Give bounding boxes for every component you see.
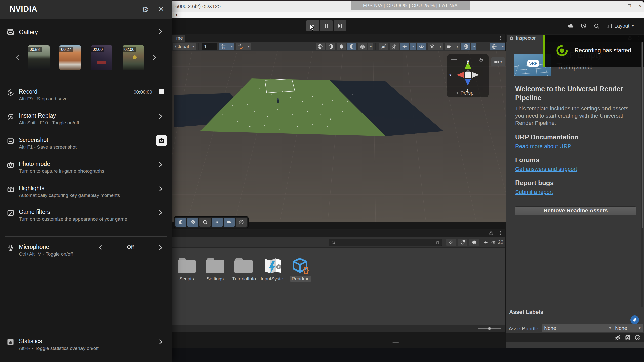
player-character[interactable] — [277, 98, 279, 103]
screenshot-row[interactable]: Screenshot Alt+F1 - Save a screenshot — [0, 137, 172, 152]
database-disabled-icon[interactable] — [624, 334, 631, 341]
take-screenshot-button[interactable] — [156, 135, 167, 146]
filter-importance-button[interactable] — [469, 239, 479, 246]
axis-z-cone[interactable] — [465, 79, 471, 86]
kebab-menu-icon[interactable] — [498, 230, 503, 236]
microphone-row[interactable]: Microphone Ctrl+Alt+M - Toggle on/off Of… — [0, 244, 172, 259]
mic-next-option-chevron[interactable] — [158, 245, 164, 251]
layers-button[interactable] — [428, 43, 437, 50]
zoom-tool-button[interactable] — [199, 218, 211, 227]
projection-mode-label[interactable]: < Persp — [456, 90, 474, 96]
assetbundle-dropdown[interactable]: None▼ — [542, 324, 614, 332]
chevron-right-icon[interactable] — [158, 186, 164, 192]
report-bug-link[interactable]: Submit a report — [515, 189, 553, 195]
light-probe-button[interactable] — [187, 218, 198, 227]
snap-settings-button[interactable] — [236, 43, 245, 50]
toggle-2d-button[interactable] — [379, 43, 388, 50]
lock-open-icon[interactable] — [489, 230, 494, 236]
gizmos-button[interactable] — [461, 43, 470, 50]
project-item-readme-selected[interactable]: {} Readme — [289, 257, 312, 282]
statistics-row[interactable]: Statistics Alt+R - Toggle statistics ove… — [0, 338, 172, 353]
gizmo-menu-icon[interactable] — [451, 58, 457, 58]
handle-orientation-dropdown[interactable]: Global▼ — [173, 43, 196, 50]
forums-link[interactable]: Get answers and support — [515, 166, 577, 172]
add-label-button[interactable] — [630, 315, 639, 324]
overlay-globe-dropdown[interactable]: ▼ — [499, 43, 505, 50]
tab-inspector[interactable]: Inspector — [507, 35, 543, 42]
grid-visibility-dropdown[interactable]: ▼ — [228, 43, 234, 50]
project-item-settings[interactable]: Settings — [204, 257, 226, 282]
overlay-globe-button[interactable] — [490, 43, 499, 50]
gizmo-center-cube[interactable] — [465, 72, 471, 78]
filter-by-type-button[interactable] — [446, 239, 456, 246]
inspector-scrollbar-track[interactable] — [641, 42, 643, 307]
scene-visibility-button[interactable] — [417, 43, 426, 50]
shading-shaded-wire-button[interactable] — [326, 43, 335, 50]
project-item-inputsystem[interactable]: InputSyste... — [261, 257, 283, 282]
view-mode-button[interactable] — [175, 218, 186, 227]
layout-dropdown[interactable]: Layout ▼ — [606, 23, 634, 29]
filter-by-label-button[interactable] — [458, 239, 467, 246]
slider-handle[interactable] — [488, 327, 491, 330]
urp-docs-link[interactable]: Read more about URP — [515, 143, 571, 149]
chevron-right-icon[interactable] — [158, 210, 164, 216]
chevron-right-icon[interactable] — [158, 162, 164, 168]
tab-game-partial[interactable]: me — [172, 35, 185, 42]
grid-visibility-button[interactable] — [219, 43, 228, 50]
shading-wireframe-button[interactable] — [316, 43, 325, 50]
effects-button[interactable] — [400, 43, 409, 50]
instant-replay-row[interactable]: Instant Replay Alt+Shift+F10 - Toggle on… — [0, 112, 172, 128]
camera-settings-button[interactable] — [445, 43, 454, 50]
cloud-services-icon[interactable] — [567, 23, 574, 29]
unity-menu-bar[interactable]: lp — [172, 12, 644, 19]
selection-rect-gizmo[interactable] — [265, 79, 295, 93]
carousel-prev-button[interactable] — [14, 54, 21, 61]
scene-view-mode-button[interactable] — [347, 43, 356, 50]
effects-dropdown[interactable]: ▼ — [410, 43, 416, 50]
pause-button[interactable] — [320, 20, 333, 31]
gallery-thumbnail[interactable]: 02:00 — [123, 45, 144, 70]
project-item-tutorialinfo[interactable]: TutorialInfo — [232, 257, 255, 282]
photo-mode-row[interactable]: Photo mode Turn on to capture in-game ph… — [0, 161, 172, 176]
undo-history-icon[interactable] — [580, 23, 587, 29]
gallery-open-chevron[interactable] — [157, 28, 164, 35]
close-overlay-icon[interactable]: × — [158, 4, 164, 14]
scene-orientation-gizmo[interactable]: y x z < Persp — [447, 54, 489, 97]
mic-prev-option-chevron[interactable] — [98, 245, 103, 250]
assetbundle-variant-dropdown[interactable]: None▼ — [613, 324, 643, 332]
navigation-compass-button[interactable] — [236, 218, 247, 227]
highlights-row[interactable]: Highlights Automatically capturing key g… — [0, 185, 172, 200]
record-row[interactable]: Record Alt+F9 - Stop and save 00:00:00 — [0, 88, 172, 104]
close-button[interactable]: × — [635, 2, 644, 10]
layers-dropdown[interactable]: ▼ — [437, 43, 443, 50]
gizmos-dropdown[interactable]: ▼ — [471, 43, 477, 50]
move-tool-button[interactable] — [212, 218, 223, 227]
favorites-star-button[interactable] — [481, 239, 491, 246]
scene-camera-dropdown[interactable]: ▼ — [491, 57, 505, 66]
chevron-right-icon[interactable] — [158, 113, 164, 119]
lighting-toggle-button[interactable] — [337, 43, 346, 50]
remove-readme-assets-button[interactable]: Remove Readme Assets — [515, 206, 636, 215]
asset-visibility-count[interactable]: 22 — [491, 239, 503, 245]
game-filters-row[interactable]: Game filters Turn on to customize the ap… — [0, 209, 172, 224]
debug-disabled-icon[interactable] — [614, 334, 621, 341]
grid-size-field[interactable]: 1 — [202, 43, 217, 50]
asset-labels-header[interactable]: Asset Labels — [506, 308, 644, 316]
gallery-thumbnail[interactable]: 00:58 — [28, 45, 50, 70]
stop-recording-button[interactable] — [159, 89, 164, 94]
camera-preview-button[interactable] — [224, 218, 235, 227]
project-search-input[interactable] — [329, 239, 442, 246]
camera-settings-dropdown[interactable]: ▼ — [454, 43, 460, 50]
search-icon[interactable] — [593, 23, 600, 29]
minimize-button[interactable]: — — [613, 2, 623, 10]
chevron-right-icon[interactable] — [158, 339, 164, 345]
project-item-scripts[interactable]: Scripts — [175, 257, 198, 282]
gallery-thumbnail[interactable]: 00:27 — [59, 45, 81, 70]
debug-mode-button[interactable] — [358, 43, 367, 50]
axis-x-cone[interactable] — [457, 72, 464, 78]
step-button[interactable] — [334, 20, 346, 31]
menu-item-help-partial[interactable]: lp — [173, 12, 177, 18]
open-in-window-icon[interactable] — [436, 240, 440, 245]
snap-settings-dropdown[interactable]: ▼ — [245, 43, 251, 50]
check-circle-icon[interactable] — [634, 334, 641, 341]
